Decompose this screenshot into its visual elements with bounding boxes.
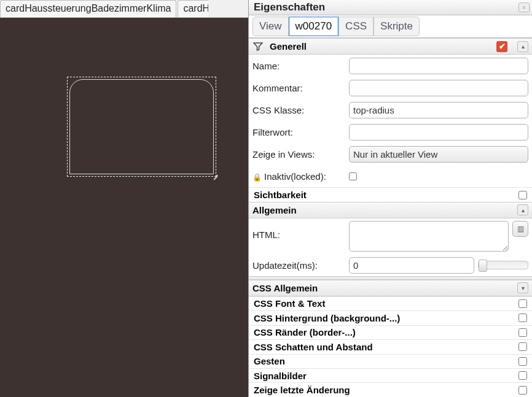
mode-tab-view[interactable]: View [252, 17, 289, 36]
section-allgemein-title: Allgemein [252, 205, 297, 215]
html-edit-button[interactable]: ▥ [512, 221, 528, 237]
updatetime-label: Updatezeit(ms): [252, 260, 349, 271]
section-cssshadow-header[interactable]: CSS Schatten und Abstand [249, 339, 532, 353]
section-cssshadow-checkbox[interactable] [518, 342, 527, 351]
section-cssfont-title: CSS Font & Text [254, 298, 518, 309]
lock-icon: 🔒 [252, 173, 262, 182]
updatetime-slider[interactable] [478, 261, 528, 269]
section-cssborder-title: CSS Ränder (border-...) [254, 327, 518, 337]
section-generell-title: Generell [270, 41, 307, 52]
section-cssfont-header[interactable]: CSS Font & Text [249, 296, 532, 310]
section-sichtbarkeit-header[interactable]: Sichtbarkeit [249, 187, 532, 201]
section-allgemein-header[interactable]: Allgemein ▴ [249, 202, 532, 218]
section-cssbg-title: CSS Hintergrund (background-...) [254, 313, 518, 323]
section-allgemein-collapse[interactable]: ▴ [517, 204, 528, 215]
html-textarea[interactable] [349, 221, 509, 252]
comment-label: Kommentar: [252, 83, 349, 93]
section-gesten-header[interactable]: Gesten [249, 354, 532, 368]
section-generell-header[interactable]: Generell ✔ ▴ [249, 38, 532, 55]
section-lastchange-checkbox[interactable] [518, 386, 527, 395]
view-tabstrip: cardHaussteuerungBadezimmerKlima cardH [0, 0, 248, 18]
locked-checkbox[interactable] [349, 172, 357, 180]
section-cssallgemein-header[interactable]: CSS Allgemein ▾ [249, 280, 532, 296]
filterword-input[interactable] [349, 124, 528, 141]
panel-minimize-button[interactable]: ≡ [518, 2, 530, 12]
section-gesten-title: Gesten [254, 356, 518, 366]
section-generell-collapse[interactable]: ▴ [517, 41, 528, 52]
cssclass-input[interactable] [349, 102, 528, 118]
showinviews-select[interactable]: Nur in aktueller View [349, 146, 528, 163]
name-input[interactable] [349, 58, 528, 74]
cssclass-label: CSS Klasse: [252, 105, 349, 115]
section-sichtbarkeit-title: Sichtbarkeit [254, 190, 518, 200]
resize-handle-icon[interactable] [212, 172, 218, 179]
section-cssborder-header[interactable]: CSS Ränder (border-...) [249, 325, 532, 339]
section-sichtbarkeit-checkbox[interactable] [518, 191, 527, 199]
section-lastchange-title: Zeige letzte Änderung [254, 385, 518, 395]
slider-thumb-icon[interactable] [479, 260, 487, 272]
locked-label: 🔒Inaktiv(locked): [252, 171, 349, 182]
section-cssbg-checkbox[interactable] [518, 314, 527, 322]
view-tab-0[interactable]: cardHaussteuerungBadezimmerKlima [0, 0, 176, 17]
section-lastchange-header[interactable]: Zeige letzte Änderung [249, 382, 532, 396]
properties-title: Eigenschaften [254, 1, 325, 13]
section-cssallgemein-collapse[interactable]: ▾ [517, 282, 528, 293]
section-generell-toggle[interactable]: ✔ [496, 41, 507, 52]
section-generell-body: Name: Kommentar: CSS Klasse: Filterwort:… [249, 55, 532, 187]
updatetime-input[interactable] [349, 257, 474, 274]
filterword-label: Filterwort: [252, 127, 349, 137]
section-cssfont-checkbox[interactable] [518, 299, 527, 308]
section-signal-checkbox[interactable] [518, 371, 527, 380]
section-signal-title: Signalbilder [254, 371, 518, 381]
mode-tab-scripts[interactable]: Skripte [374, 17, 420, 36]
showinviews-label: Zeige in Views: [252, 149, 349, 160]
name-label: Name: [252, 61, 349, 71]
section-signal-header[interactable]: Signalbilder [249, 368, 532, 382]
comment-input[interactable] [349, 80, 528, 96]
editor-canvas[interactable] [0, 18, 248, 397]
html-label: HTML: [252, 221, 349, 240]
section-cssbg-header[interactable]: CSS Hintergrund (background-...) [249, 310, 532, 325]
mode-tab-css[interactable]: CSS [338, 17, 374, 36]
section-gesten-checkbox[interactable] [518, 357, 527, 366]
selected-widget[interactable] [67, 77, 216, 177]
mode-tab-widget[interactable]: w00270 [289, 17, 339, 36]
widget-top-radius-box [69, 79, 214, 174]
view-tab-1[interactable]: cardH [178, 0, 208, 17]
properties-header: Eigenschaften ≡ [249, 0, 532, 15]
mode-tabbar: View w00270 CSS Skripte [249, 15, 532, 38]
section-cssborder-checkbox[interactable] [518, 328, 527, 337]
section-cssshadow-title: CSS Schatten und Abstand [254, 342, 518, 352]
section-allgemein-body: HTML: ▥ Updatezeit(ms): [249, 218, 532, 276]
funnel-icon [252, 41, 264, 52]
section-cssallgemein-title: CSS Allgemein [252, 283, 318, 293]
